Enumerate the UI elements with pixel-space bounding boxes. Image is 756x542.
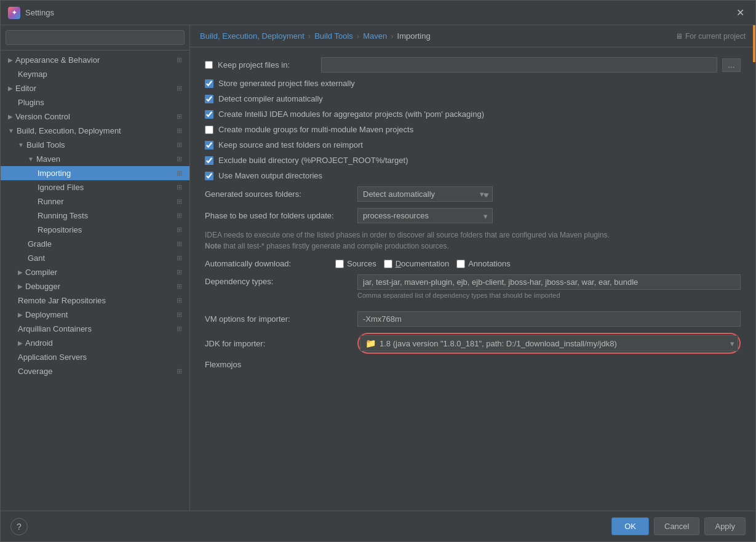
cancel-button[interactable]: Cancel: [654, 517, 699, 535]
search-box: [1, 25, 189, 50]
copy-icon: ⊞: [177, 367, 182, 375]
sidebar-item-label: Coverage: [18, 367, 52, 376]
help-button[interactable]: ?: [10, 518, 28, 535]
dependency-types-label: Dependency types:: [205, 277, 352, 286]
arrow-icon: ▼: [28, 156, 34, 162]
title-bar: ✦ Settings ✕: [1, 1, 755, 25]
orange-accent-bar: [753, 25, 755, 62]
close-button[interactable]: ✕: [733, 6, 748, 20]
sidebar-item-build-exec-deploy[interactable]: ▼ Build, Execution, Deployment ⊞: [1, 124, 189, 138]
use-maven-checkbox[interactable]: [205, 172, 213, 180]
detect-compiler-checkbox[interactable]: [205, 95, 213, 103]
sidebar-item-appearance[interactable]: ▶ Appearance & Behavior ⊞: [1, 53, 189, 67]
exclude-build-checkbox[interactable]: [205, 156, 213, 165]
keep-project-files-input[interactable]: [321, 57, 717, 73]
sidebar-item-label: Build, Execution, Deployment: [17, 126, 121, 135]
sources-label: Sources: [347, 259, 376, 268]
sidebar: ▶ Appearance & Behavior ⊞ Keymap ▶ Edito…: [1, 25, 190, 511]
detect-compiler-label: Detect compiler automatically: [218, 94, 323, 103]
auto-download-row: Automatically download: Sources Document…: [205, 259, 741, 268]
vm-options-input[interactable]: [357, 311, 741, 327]
jdk-select-wrapper: 📁 1.8 (java version "1.8.0_181", path: D…: [357, 333, 741, 354]
sources-checkbox[interactable]: [335, 260, 344, 268]
sidebar-item-importing[interactable]: Importing ⊞: [1, 166, 189, 180]
sidebar-item-label: Application Servers: [18, 353, 87, 362]
sidebar-item-gradle[interactable]: Gradle ⊞: [1, 237, 189, 251]
ok-button[interactable]: OK: [611, 517, 649, 535]
dependency-types-container: Comma separated list of dependency types…: [357, 274, 741, 305]
sidebar-item-repositories[interactable]: Repositories ⊞: [1, 223, 189, 237]
create-intellij-checkbox[interactable]: [205, 110, 213, 119]
copy-icon: ⊞: [177, 183, 182, 191]
annotations-checkbox[interactable]: [456, 260, 465, 268]
breadcrumb-item-maven[interactable]: Maven: [363, 31, 387, 41]
dependency-types-row: Dependency types: Comma separated list o…: [205, 274, 741, 305]
sidebar-item-version-control[interactable]: ▶ Version Control ⊞: [1, 110, 189, 124]
create-module-groups-label: Create module groups for multi-module Ma…: [218, 125, 413, 134]
sidebar-item-plugins[interactable]: Plugins: [1, 95, 189, 110]
sidebar-item-arquillian[interactable]: Arquillian Containers ⊞: [1, 322, 189, 336]
breadcrumb-item-build-tools[interactable]: Build Tools: [314, 31, 353, 41]
jdk-dropdown-arrow-icon: ▾: [730, 339, 734, 348]
copy-icon: ⊞: [177, 56, 182, 64]
phase-select[interactable]: process-resources generate-sources initi…: [357, 208, 493, 223]
generated-sources-select[interactable]: Detect automatically Generated source ro…: [357, 186, 493, 202]
apply-button[interactable]: Apply: [704, 517, 746, 535]
breadcrumb-item-importing: Importing: [397, 31, 431, 41]
keep-project-files-checkbox[interactable]: [205, 61, 213, 69]
dialog-buttons: OK Cancel Apply: [611, 517, 746, 535]
sidebar-item-debugger[interactable]: ▶ Debugger ⊞: [1, 279, 189, 293]
sidebar-item-gant[interactable]: Gant ⊞: [1, 251, 189, 265]
sidebar-item-remote-jar[interactable]: Remote Jar Repositories ⊞: [1, 293, 189, 308]
copy-icon: ⊞: [177, 84, 182, 92]
sidebar-item-coverage[interactable]: Coverage ⊞: [1, 364, 189, 378]
arrow-icon: ▶: [8, 113, 13, 120]
breadcrumb-item-build[interactable]: Build, Execution, Deployment: [200, 31, 304, 41]
copy-icon: ⊞: [177, 127, 182, 135]
copy-icon: ⊞: [177, 197, 182, 205]
sidebar-item-keymap[interactable]: Keymap: [1, 67, 189, 81]
sidebar-item-compiler[interactable]: ▶ Compiler ⊞: [1, 265, 189, 279]
sidebar-item-label: Remote Jar Repositories: [18, 296, 106, 305]
sidebar-item-running-tests[interactable]: Running Tests ⊞: [1, 209, 189, 223]
sidebar-item-application-servers[interactable]: Application Servers: [1, 350, 189, 364]
phase-row: Phase to be used for folders update: pro…: [205, 208, 741, 223]
documentation-checkbox[interactable]: [384, 260, 392, 268]
copy-icon: ⊞: [177, 297, 182, 305]
phase-label: Phase to be used for folders update:: [205, 211, 352, 220]
use-maven-row: Use Maven output directories: [205, 171, 741, 180]
auto-download-label: Automatically download:: [205, 259, 328, 268]
dependency-types-input[interactable]: [357, 274, 741, 290]
sidebar-item-label: Gant: [28, 253, 45, 263]
sidebar-item-build-tools[interactable]: ▼ Build Tools ⊞: [1, 138, 189, 152]
search-input[interactable]: [6, 30, 185, 45]
sidebar-item-editor[interactable]: ▶ Editor ⊞: [1, 81, 189, 95]
copy-icon: ⊞: [177, 240, 182, 248]
annotations-option: Annotations: [456, 259, 511, 268]
sidebar-item-label: Version Control: [15, 112, 70, 121]
jdk-label: JDK for importer:: [205, 339, 352, 348]
keep-source-checkbox[interactable]: [205, 141, 213, 149]
breadcrumb: Build, Execution, Deployment › Build Too…: [200, 31, 431, 41]
create-intellij-row: Create IntelliJ IDEA modules for aggrega…: [205, 110, 741, 119]
detect-compiler-row: Detect compiler automatically: [205, 94, 741, 103]
sidebar-item-label: Ignored Files: [38, 183, 84, 192]
sidebar-item-deployment[interactable]: ▶ Deployment ⊞: [1, 308, 189, 322]
sidebar-item-android[interactable]: ▶ Android: [1, 336, 189, 350]
create-module-groups-checkbox[interactable]: [205, 126, 213, 134]
browse-button[interactable]: …: [722, 58, 741, 72]
sidebar-item-runner[interactable]: Runner ⊞: [1, 194, 189, 209]
store-generated-checkbox[interactable]: [205, 79, 213, 88]
create-module-groups-row: Create module groups for multi-module Ma…: [205, 125, 741, 134]
breadcrumb-separator: ›: [357, 31, 359, 41]
documentation-option: Documentation: [384, 259, 449, 268]
sources-option: Sources: [335, 259, 376, 268]
monitor-icon: 🖥: [675, 32, 683, 41]
breadcrumb-separator: ›: [308, 31, 311, 41]
sidebar-item-ignored-files[interactable]: Ignored Files ⊞: [1, 180, 189, 194]
breadcrumb-bar: Build, Execution, Deployment › Build Too…: [190, 25, 755, 47]
sidebar-item-label: Plugins: [18, 98, 44, 107]
copy-icon: ⊞: [177, 155, 182, 163]
right-panel-wrapper: Build, Execution, Deployment › Build Too…: [190, 25, 755, 511]
sidebar-item-maven[interactable]: ▼ Maven ⊞: [1, 152, 189, 166]
